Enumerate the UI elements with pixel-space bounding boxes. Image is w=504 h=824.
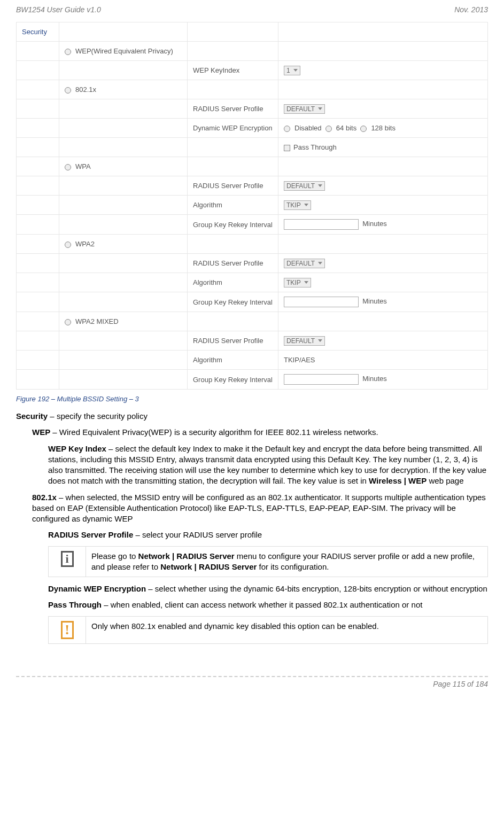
- wep-rest: – Wired Equivalent Privacy(WEP) is a sec…: [50, 427, 378, 437]
- 8021x-option-label: 802.1x: [75, 85, 96, 94]
- 8021x-bold: 802.1x: [32, 493, 57, 502]
- empty-cell: [59, 351, 188, 370]
- wpa2-radio-option[interactable]: WPA2: [59, 235, 188, 254]
- wpa2mixed-radio-option[interactable]: WPA2 MIXED: [59, 312, 188, 331]
- dropdown-value: TKIP: [286, 201, 301, 209]
- header-right: Nov. 2013: [454, 5, 488, 14]
- radius-dropdown[interactable]: DEFAULT: [284, 104, 325, 114]
- minutes-label: Minutes: [362, 375, 387, 383]
- wep-keyindex-value: 1: [278, 61, 488, 80]
- empty-cell: [59, 99, 188, 119]
- chevron-down-icon: [318, 107, 322, 110]
- warning-note: ! Only when 802.1x enabled and dynamic k…: [48, 616, 488, 644]
- empty-cell: [17, 99, 59, 119]
- wepkey-rest2: web page: [427, 476, 463, 485]
- empty-cell: [59, 61, 188, 80]
- algorithm-value: TKIP: [278, 273, 488, 292]
- empty-cell: [59, 292, 188, 312]
- empty-cell: [188, 22, 278, 42]
- radius-dropdown[interactable]: DEFAULT: [284, 336, 325, 346]
- empty-cell: [59, 215, 188, 235]
- radius-para: RADIUS Server Profile – select your RADI…: [48, 530, 488, 540]
- groupkey-label: Group Key Rekey Interval: [188, 292, 278, 312]
- wpa-option-label: WPA: [75, 162, 91, 170]
- empty-cell: [188, 235, 278, 254]
- page-header: BW1254 User Guide v1.0 Nov. 2013: [16, 5, 488, 14]
- algorithm-value: TKIP: [278, 196, 488, 215]
- groupkey-label: Group Key Rekey Interval: [188, 370, 278, 390]
- radio-icon[interactable]: [360, 126, 367, 132]
- warn-icon-cell: !: [49, 616, 86, 643]
- empty-cell: [59, 176, 188, 196]
- empty-cell: [17, 273, 59, 292]
- wep-radio-option[interactable]: WEP(Wired Equivalent Privacy): [59, 42, 188, 61]
- radius-profile-label: RADIUS Server Profile: [188, 99, 278, 119]
- empty-cell: [278, 157, 488, 176]
- groupkey-input[interactable]: [284, 374, 359, 385]
- minutes-label: Minutes: [362, 297, 387, 305]
- dynwep-label: Dynamic WEP Encryption: [188, 119, 278, 138]
- header-left: BW1254 User Guide v1.0: [16, 5, 101, 14]
- empty-cell: [278, 235, 488, 254]
- empty-cell: [59, 331, 188, 351]
- pass-bold: Pass Through: [48, 600, 102, 609]
- security-rest: – specify the security policy: [48, 411, 148, 421]
- passthrough-option[interactable]: Pass Through: [278, 138, 488, 157]
- wpa2mixed-option-label: WPA2 MIXED: [75, 317, 119, 325]
- radio-icon: [65, 164, 71, 170]
- warning-note-text: Only when 802.1x enabled and dynamic key…: [86, 616, 488, 643]
- groupkey-input[interactable]: [284, 297, 359, 307]
- 8021x-radio-option[interactable]: 802.1x: [59, 80, 188, 99]
- empty-cell: [17, 351, 59, 370]
- empty-cell: [188, 138, 278, 157]
- algorithm-dropdown[interactable]: TKIP: [284, 278, 311, 287]
- minutes-label: Minutes: [362, 220, 387, 228]
- empty-cell: [17, 176, 59, 196]
- security-config-table: Security WEP(Wired Equivalent Privacy) W…: [16, 22, 488, 390]
- algorithm-dropdown[interactable]: TKIP: [284, 200, 311, 210]
- info-icon: i: [61, 551, 74, 567]
- dropdown-value: DEFAULT: [286, 105, 315, 113]
- wep-option-label: WEP(Wired Equivalent Privacy): [75, 47, 173, 55]
- wpa-radio-option[interactable]: WPA: [59, 157, 188, 176]
- wep-keyindex-dropdown[interactable]: 1: [284, 66, 300, 75]
- checkbox-icon: [284, 145, 290, 151]
- empty-cell: [59, 138, 188, 157]
- empty-cell: [278, 80, 488, 99]
- empty-cell: [188, 157, 278, 176]
- groupkey-input[interactable]: [284, 219, 359, 230]
- empty-cell: [59, 22, 188, 42]
- dropdown-value: DEFAULT: [286, 337, 315, 345]
- empty-cell: [17, 42, 59, 61]
- groupkey-value: Minutes: [278, 292, 488, 312]
- dropdown-value: DEFAULT: [286, 182, 315, 190]
- empty-cell: [17, 61, 59, 80]
- radius-dropdown[interactable]: DEFAULT: [284, 259, 325, 268]
- empty-cell: [188, 80, 278, 99]
- empty-cell: [59, 196, 188, 215]
- radius-profile-value: DEFAULT: [278, 331, 488, 351]
- empty-cell: [188, 312, 278, 331]
- empty-cell: [17, 119, 59, 138]
- passthrough-label: Pass Through: [293, 143, 337, 151]
- empty-cell: [59, 119, 188, 138]
- dyn-bold: Dynamic WEP Encryption: [48, 584, 146, 593]
- radius-dropdown[interactable]: DEFAULT: [284, 181, 325, 191]
- 8021x-rest: – when selected, the MSSID entry will be…: [32, 493, 486, 524]
- warning-icon: !: [61, 621, 74, 639]
- radius-profile-label: RADIUS Server Profile: [188, 331, 278, 351]
- wepkey-bold2: Wireless | WEP: [369, 476, 427, 485]
- radio-icon[interactable]: [325, 126, 332, 132]
- radius-profile-label: RADIUS Server Profile: [188, 254, 278, 273]
- note1-b: Network | RADIUS Server: [138, 551, 235, 561]
- passthrough-para: Pass Through – when enabled, client can …: [48, 600, 488, 610]
- 64bits-label: 64 bits: [336, 124, 356, 132]
- radio-icon: [65, 242, 71, 248]
- algorithm-label: Algorithm: [188, 351, 278, 370]
- security-bold: Security: [16, 411, 48, 421]
- radio-icon[interactable]: [284, 126, 290, 132]
- wep-para: WEP – Wired Equivalent Privacy(WEP) is a…: [32, 427, 488, 438]
- disabled-label: Disabled: [294, 124, 322, 132]
- empty-cell: [17, 370, 59, 390]
- groupkey-value: Minutes: [278, 370, 488, 390]
